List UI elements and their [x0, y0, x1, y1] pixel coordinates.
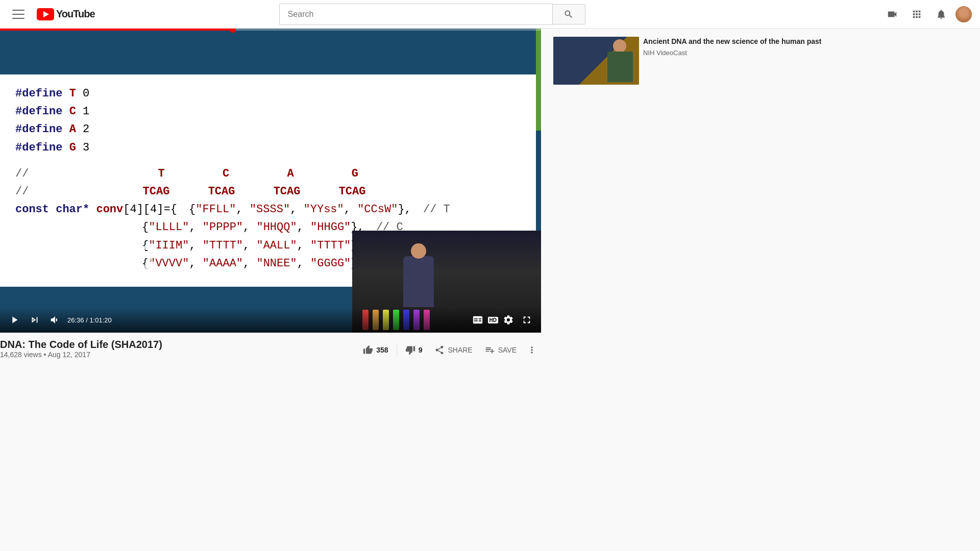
playlist-add-icon — [485, 345, 495, 355]
main-content: #define T 0 #define C 1 #define A 2 #def… — [0, 0, 980, 551]
share-button[interactable]: SHARE — [428, 341, 478, 359]
fullscreen-icon — [521, 314, 532, 325]
video-title: DNA: The Code of Life (SHA2017) — [0, 339, 162, 350]
like-count: 358 — [376, 346, 388, 354]
video-controls: 26:36 / 1:01:20 HD — [0, 307, 541, 333]
youtube-logo-icon — [37, 8, 54, 20]
dislike-button[interactable]: 9 — [399, 341, 429, 359]
controls-right: HD — [470, 312, 535, 328]
search-icon — [564, 9, 574, 19]
save-label: SAVE — [498, 346, 517, 354]
rec-item-ancient-dna[interactable]: Ancient DNA and the new science of the h… — [553, 37, 962, 85]
code-line-1: #define T 0 — [15, 85, 521, 103]
code-line-3: #define A 2 — [15, 120, 521, 138]
header-right — [882, 4, 972, 24]
like-divider — [397, 344, 397, 356]
recommended-panel: Ancient DNA and the new science of the h… — [541, 29, 970, 551]
play-icon — [9, 314, 20, 325]
dislike-count: 9 — [419, 346, 423, 354]
video-actions: 358 9 SHARE — [357, 339, 541, 361]
code-comment-tcag: // TCAG TCAG TCAG TCAG — [15, 183, 521, 201]
bell-icon — [936, 9, 947, 20]
rec-channel-ancient-dna: NIH VideoCast — [643, 49, 962, 57]
rec-thumbnail-ancient-dna — [553, 37, 639, 85]
thumbs-up-icon — [363, 345, 373, 355]
presenter-figure — [403, 256, 434, 307]
save-button[interactable]: SAVE — [479, 341, 523, 359]
slide-top — [0, 29, 536, 74]
share-label: SHARE — [448, 346, 472, 354]
settings-button[interactable] — [500, 312, 517, 328]
more-icon — [527, 345, 537, 355]
search-container — [279, 4, 585, 25]
video-player[interactable]: #define T 0 #define C 1 #define A 2 #def… — [0, 29, 541, 333]
more-button[interactable] — [523, 341, 541, 359]
hd-badge: HD — [488, 317, 498, 323]
youtube-logo[interactable]: YouTube — [37, 8, 95, 20]
apps-button[interactable] — [906, 4, 927, 24]
menu-button[interactable] — [8, 4, 29, 24]
header: YouTube — [0, 0, 980, 29]
code-line-2: #define C 1 — [15, 103, 521, 120]
sha-overlay: SHA2017 — [10, 239, 159, 277]
search-input-wrap — [279, 4, 553, 25]
subtitles-button[interactable] — [470, 312, 486, 328]
fullscreen-button[interactable] — [519, 312, 535, 328]
subtitles-icon — [472, 314, 483, 325]
video-camera-icon — [887, 9, 898, 20]
apps-icon — [911, 9, 922, 20]
play-button[interactable] — [6, 312, 22, 328]
video-info: DNA: The Code of Life (SHA2017) 14,628 v… — [0, 333, 541, 367]
progress-filled — [0, 29, 233, 31]
volume-button[interactable] — [47, 312, 63, 328]
next-button[interactable] — [27, 312, 43, 328]
header-left: YouTube — [8, 4, 131, 24]
search-button[interactable] — [553, 4, 585, 24]
rec-title-ancient-dna: Ancient DNA and the new science of the h… — [643, 37, 962, 47]
video-section: #define T 0 #define C 1 #define A 2 #def… — [0, 29, 541, 551]
video-title-area: DNA: The Code of Life (SHA2017) 14,628 v… — [0, 339, 162, 363]
search-input[interactable] — [280, 4, 552, 24]
skip-next-icon — [29, 314, 40, 325]
avatar-image — [955, 6, 972, 22]
progress-bar[interactable] — [0, 29, 541, 31]
code-line-4: #define G 3 — [15, 139, 521, 157]
hamburger-icon — [12, 10, 24, 19]
view-count: 14,628 views — [0, 350, 42, 359]
like-button[interactable]: 358 — [357, 341, 394, 359]
thumbs-down-icon — [405, 345, 415, 355]
video-meta: 14,628 views • Aug 12, 2017 — [0, 350, 162, 359]
avatar[interactable] — [955, 6, 972, 22]
code-const-line: const char* conv[4][4]={ {"FFLL", "SSSS"… — [15, 201, 521, 218]
logo-text: YouTube — [56, 8, 95, 20]
settings-icon — [503, 314, 514, 325]
video-camera-button[interactable] — [882, 4, 902, 24]
notifications-button[interactable] — [931, 4, 951, 24]
volume-icon — [50, 314, 61, 325]
publish-date: Aug 12, 2017 — [48, 350, 90, 359]
video-title-row: DNA: The Code of Life (SHA2017) 14,628 v… — [0, 339, 541, 367]
share-icon — [434, 345, 445, 355]
time-display: 26:36 / 1:01:20 — [67, 316, 112, 324]
rec-info-ancient-dna: Ancient DNA and the new science of the h… — [643, 37, 962, 85]
code-comment-cols: // T C A G — [15, 165, 521, 183]
